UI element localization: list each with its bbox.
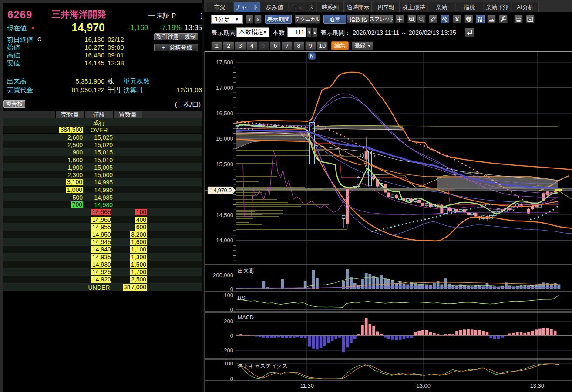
- svg-text:14,970.0: 14,970.0: [210, 188, 232, 194]
- svg-text:100: 100: [224, 360, 233, 367]
- svg-text:0: 0: [230, 306, 233, 313]
- svg-text:0: 0: [230, 375, 233, 382]
- svg-text:出来高: 出来高: [238, 268, 254, 274]
- svg-text:14,500: 14,500: [216, 212, 233, 218]
- svg-text:17,000: 17,000: [216, 84, 233, 91]
- svg-text:N: N: [310, 54, 314, 59]
- svg-text:200: 200: [224, 318, 233, 325]
- svg-text:14,000: 14,000: [216, 237, 233, 244]
- svg-text:0: 0: [230, 286, 233, 292]
- svg-text:-200: -200: [222, 347, 233, 354]
- svg-text:13:00: 13:00: [416, 382, 431, 389]
- svg-text:MACD: MACD: [238, 315, 254, 321]
- svg-text:100: 100: [224, 292, 233, 298]
- svg-text:16,000: 16,000: [216, 135, 233, 142]
- svg-text:ストキャスティクス: ストキャスティクス: [238, 363, 288, 369]
- svg-text:13:30: 13:30: [530, 382, 544, 389]
- svg-text:16,500: 16,500: [216, 110, 233, 117]
- svg-text:i: i: [468, 17, 470, 22]
- svg-text:0: 0: [230, 332, 233, 339]
- svg-text:RSI: RSI: [238, 295, 247, 301]
- svg-text:200,000: 200,000: [213, 272, 233, 278]
- svg-text:¥: ¥: [455, 16, 459, 23]
- svg-text:17,500: 17,500: [216, 59, 233, 66]
- svg-text:15,500: 15,500: [216, 161, 233, 168]
- svg-text:11:30: 11:30: [300, 382, 314, 389]
